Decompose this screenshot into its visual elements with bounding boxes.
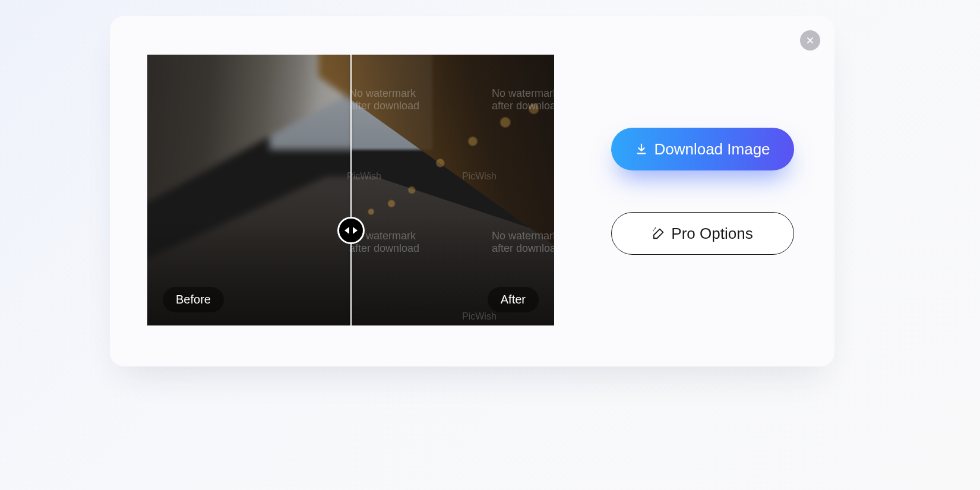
close-icon	[806, 36, 814, 45]
close-button[interactable]	[800, 30, 820, 50]
chevron-right-icon	[353, 227, 358, 234]
actions-panel: Download Image Pro Options	[603, 128, 802, 255]
chevron-left-icon	[344, 227, 349, 234]
result-card: No watermark after download No watermark…	[110, 16, 834, 366]
after-label: After	[488, 287, 539, 312]
preview-before-overlay	[147, 55, 351, 325]
comparison-slider-handle[interactable]	[337, 217, 365, 244]
before-label: Before	[163, 287, 224, 312]
pro-options-button[interactable]: Pro Options	[611, 212, 794, 255]
comparison-divider	[350, 55, 352, 325]
download-image-button[interactable]: Download Image	[611, 128, 794, 170]
comparison-preview: No watermark after download No watermark…	[147, 55, 554, 325]
download-icon	[635, 143, 648, 156]
download-image-label: Download Image	[654, 140, 770, 159]
magic-pen-icon	[652, 227, 665, 240]
pro-options-label: Pro Options	[671, 225, 753, 243]
